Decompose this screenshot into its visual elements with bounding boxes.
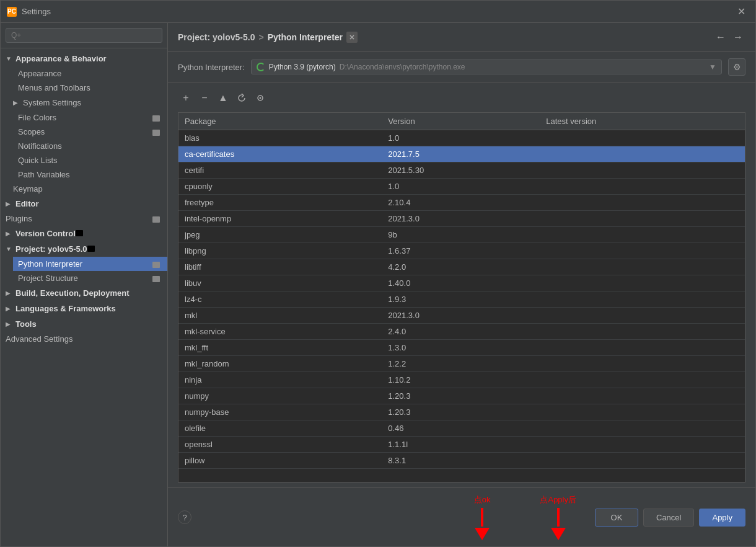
- sidebar-item-plugins[interactable]: Plugins: [1, 211, 167, 226]
- nav-forward-button[interactable]: →: [731, 30, 745, 44]
- python-interpreter-icon: [152, 260, 162, 268]
- table-row[interactable]: mkl-service2.4.0: [178, 324, 745, 340]
- sidebar-item-notifications[interactable]: Notifications: [13, 139, 167, 153]
- sidebar-item-path-variables[interactable]: Path Variables: [13, 167, 167, 182]
- sidebar-item-project-structure[interactable]: Project Structure: [13, 271, 167, 285]
- sidebar-item-tools[interactable]: ▶ Tools: [1, 316, 167, 332]
- table-row[interactable]: ninja1.10.2: [178, 372, 745, 388]
- sidebar-item-python-interpreter[interactable]: Python Interpreter: [13, 257, 167, 271]
- sidebar-item-file-colors[interactable]: File Colors: [13, 110, 167, 125]
- sidebar-item-advanced-settings[interactable]: Advanced Settings: [1, 332, 167, 346]
- package-latest-version: [540, 146, 745, 162]
- add-package-button[interactable]: +: [178, 90, 194, 106]
- apply-annotation: 点Apply后: [540, 494, 576, 540]
- breadcrumb-current: Python Interpreter: [268, 32, 343, 42]
- up-button[interactable]: ▲: [215, 90, 231, 106]
- table-row[interactable]: pillow8.3.1: [178, 453, 745, 469]
- package-latest-version: [540, 372, 745, 388]
- table-row[interactable]: intel-openmp2021.3.0: [178, 211, 745, 227]
- package-latest-version: [540, 227, 745, 243]
- table-row[interactable]: cpuonly1.0: [178, 179, 745, 195]
- package-version: 2.4.0: [382, 324, 540, 340]
- interpreter-dropdown[interactable]: Python 3.9 (pytorch) D:\Anaconda\envs\py…: [251, 60, 722, 74]
- package-version: 2021.5.30: [382, 162, 540, 179]
- title-bar: PC Settings ✕: [1, 1, 755, 23]
- breadcrumb-project: Project: yolov5-5.0: [178, 32, 255, 42]
- ok-annotation-label: 点ok: [474, 494, 491, 505]
- table-row[interactable]: libtiff4.2.0: [178, 259, 745, 275]
- help-button[interactable]: ?: [178, 510, 191, 524]
- package-version: 1.0: [382, 130, 540, 146]
- table-row[interactable]: numpy1.20.3: [178, 388, 745, 404]
- package-name: intel-openmp: [178, 211, 382, 227]
- table-row[interactable]: libuv1.40.0: [178, 275, 745, 291]
- remove-package-button[interactable]: −: [196, 90, 213, 106]
- column-header-package: Package: [178, 113, 382, 130]
- sidebar-item-project[interactable]: ▼ Project: yolov5-5.0: [1, 241, 167, 257]
- package-name: mkl: [178, 308, 382, 324]
- sidebar-item-editor[interactable]: ▶ Editor: [1, 196, 167, 211]
- package-latest-version: [540, 324, 745, 340]
- close-button[interactable]: ✕: [734, 4, 749, 19]
- table-row[interactable]: lz4-c1.9.3: [178, 291, 745, 308]
- chevron-down-icon-dropdown: ▼: [709, 63, 716, 71]
- package-name: mkl_random: [178, 356, 382, 372]
- package-name: pillow: [178, 453, 382, 469]
- apply-arrow-shaft: [557, 508, 560, 527]
- table-row[interactable]: ca-certificates2021.7.5: [178, 146, 745, 162]
- ok-arrow-shaft: [481, 508, 483, 527]
- apply-button[interactable]: Apply: [699, 509, 745, 527]
- sidebar-item-version-control[interactable]: ▶ Version Control: [1, 226, 167, 241]
- table-row[interactable]: mkl_random1.2.2: [178, 356, 745, 372]
- sidebar-item-quick-lists[interactable]: Quick Lists: [13, 153, 167, 167]
- interpreter-name: Python 3.9 (pytorch): [269, 63, 336, 71]
- sidebar-item-menus-toolbars[interactable]: Menus and Toolbars: [13, 81, 167, 95]
- table-row[interactable]: freetype2.10.4: [178, 195, 745, 211]
- table-row[interactable]: mkl2021.3.0: [178, 308, 745, 324]
- package-version: 9b: [382, 227, 540, 243]
- sidebar-item-system-settings[interactable]: ▶ System Settings: [13, 95, 167, 110]
- interpreter-loading-icon: [257, 63, 265, 71]
- sidebar-item-keymap[interactable]: Keymap: [1, 182, 167, 196]
- package-version: 1.40.0: [382, 275, 540, 291]
- package-latest-version: [540, 437, 745, 453]
- interpreter-settings-button[interactable]: ⚙: [728, 58, 745, 76]
- app-icon: PC: [7, 7, 17, 17]
- sidebar-item-build[interactable]: ▶ Build, Execution, Deployment: [1, 285, 167, 301]
- package-version: 1.10.2: [382, 372, 540, 388]
- nav-group-appearance-behavior: ▼ Appearance & Behavior Appearance Menus…: [1, 51, 167, 182]
- table-row[interactable]: olefile0.46: [178, 420, 745, 437]
- nav-back-button[interactable]: ←: [713, 30, 728, 44]
- sidebar-item-appearance[interactable]: Appearance: [13, 66, 167, 81]
- pin-icon[interactable]: [346, 32, 358, 43]
- table-row[interactable]: openssl1.1.1l: [178, 437, 745, 453]
- table-row[interactable]: blas1.0: [178, 130, 745, 146]
- package-latest-version: [540, 211, 745, 227]
- package-name: libtiff: [178, 259, 382, 275]
- table-row[interactable]: certifi2021.5.30: [178, 162, 745, 179]
- sidebar-item-scopes[interactable]: Scopes: [13, 125, 167, 139]
- table-row[interactable]: libpng1.6.37: [178, 243, 745, 259]
- table-row[interactable]: jpeg9b: [178, 227, 745, 243]
- table-row[interactable]: numpy-base1.20.3: [178, 404, 745, 420]
- nav-group-build: ▶ Build, Execution, Deployment: [1, 285, 167, 301]
- cancel-button[interactable]: Cancel: [643, 509, 694, 527]
- package-name: olefile: [178, 420, 382, 437]
- package-version: 2.10.4: [382, 195, 540, 211]
- package-version: 2021.3.0: [382, 308, 540, 324]
- table-row[interactable]: mkl_fft1.3.0: [178, 340, 745, 356]
- package-latest-version: [540, 404, 745, 420]
- sidebar-item-languages[interactable]: ▶ Languages & Frameworks: [1, 301, 167, 316]
- search-input[interactable]: [6, 28, 162, 43]
- sidebar-item-appearance-behavior[interactable]: ▼ Appearance & Behavior: [1, 51, 167, 66]
- svg-rect-4: [87, 246, 95, 252]
- package-version: 1.3.0: [382, 340, 540, 356]
- package-latest-version: [540, 243, 745, 259]
- svg-rect-6: [152, 276, 160, 282]
- project-icon: [87, 244, 95, 254]
- chevron-right-icon-build: ▶: [6, 290, 13, 297]
- svg-rect-0: [152, 115, 160, 122]
- refresh-button[interactable]: [234, 90, 250, 106]
- show-all-button[interactable]: [252, 90, 268, 106]
- ok-button[interactable]: OK: [595, 509, 638, 527]
